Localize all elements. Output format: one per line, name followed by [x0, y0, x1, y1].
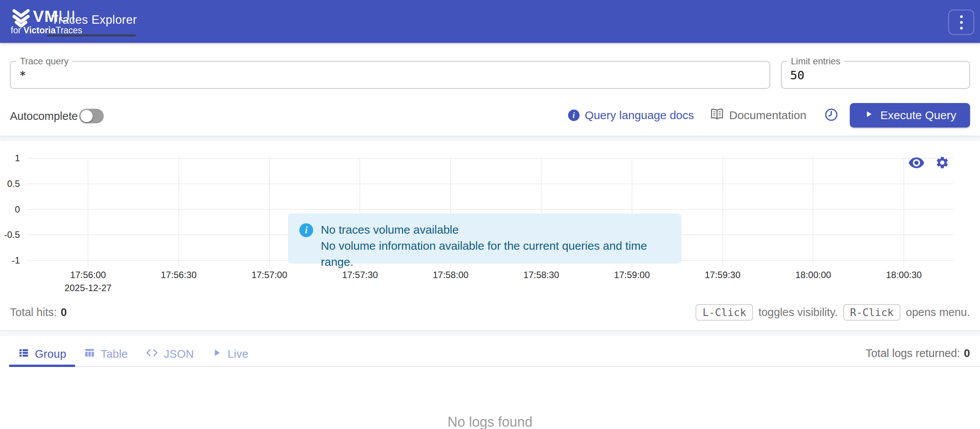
autocomplete-label: Autocomplete: [10, 110, 78, 123]
execute-query-label: Execute Query: [880, 109, 956, 122]
logo-subtitle-for: for: [11, 25, 23, 35]
alert-message: No volume information available for the …: [321, 238, 670, 270]
table-icon: [84, 347, 95, 361]
h-gridline: [27, 183, 953, 184]
v-gridline: [722, 158, 723, 267]
tab-json[interactable]: JSON: [137, 342, 203, 366]
x-axis-date-label: 2025-12-27: [56, 283, 121, 293]
no-traces-volume-alert: i No traces volume available No volume i…: [288, 213, 681, 264]
v-gridline: [813, 158, 813, 267]
left-click-kbd: L-Click: [696, 304, 753, 321]
total-logs-label: Total logs returned:: [866, 347, 960, 360]
y-tick-label: -0.5: [0, 229, 20, 241]
h-gridline: [27, 209, 953, 210]
logo-subtitle-victoria: Victoria: [23, 25, 56, 35]
right-click-kbd: R-Click: [843, 304, 901, 321]
tab-live[interactable]: Live: [203, 342, 257, 366]
hits-bar: Total hits: 0 L-Click toggles visibility…: [10, 303, 970, 321]
results-panel: Group Table JSON Live: [0, 336, 980, 429]
book-icon: [710, 107, 724, 124]
v-gridline: [269, 158, 270, 267]
total-hits-label: Total hits:: [10, 306, 57, 319]
tab-live-label: Live: [227, 348, 248, 360]
x-tick-label: 17:58:30: [513, 270, 570, 280]
h-gridline: [27, 158, 953, 159]
alert-text-block: No traces volume available No volume inf…: [321, 222, 670, 270]
total-hits-value: 0: [61, 306, 67, 319]
play-icon: [211, 347, 222, 361]
x-tick-label: 17:57:00: [241, 270, 298, 280]
total-logs-value: 0: [964, 347, 970, 360]
kebab-dot: [960, 27, 963, 29]
documentation-label: Documentation: [729, 109, 807, 122]
time-range-button[interactable]: [824, 108, 838, 123]
x-tick-label: 18:00:00: [784, 270, 842, 280]
v-gridline: [178, 158, 179, 267]
info-icon: i: [568, 110, 580, 121]
x-tick-label: 17:57:30: [331, 270, 389, 280]
autocomplete-toggle[interactable]: [79, 109, 104, 123]
kebab-dot: [960, 15, 963, 18]
y-tick-label: -1: [0, 255, 20, 266]
gear-icon: [935, 156, 949, 171]
documentation-link[interactable]: Documentation: [710, 107, 807, 124]
x-tick-label: 17:58:00: [422, 270, 479, 280]
header-menu-button[interactable]: [948, 10, 974, 35]
kebab-dot: [960, 21, 963, 24]
alert-title: No traces volume available: [321, 222, 670, 238]
clock-icon: [824, 108, 838, 123]
tab-group[interactable]: Group: [9, 342, 75, 366]
x-tick-label: 18:00:30: [875, 270, 933, 280]
execute-query-button[interactable]: Execute Query: [850, 103, 970, 128]
trace-query-field[interactable]: Trace query *: [10, 56, 770, 89]
right-click-hint: opens menu.: [906, 306, 970, 319]
query-language-docs-link[interactable]: i Query language docs: [568, 109, 694, 122]
toggle-series-visibility-button[interactable]: [908, 157, 924, 169]
list-icon: [18, 347, 29, 361]
legend-hint: L-Click toggles visibility. R-Click open…: [696, 304, 970, 321]
v-gridline: [88, 158, 88, 267]
query-panel: Trace query * Limit entries 50 Autocompl…: [0, 43, 980, 136]
chart-controls: [908, 156, 949, 171]
autocomplete-row: Autocomplete: [10, 103, 104, 129]
nav-tab-traces-explorer[interactable]: Traces Explorer: [51, 13, 137, 27]
traces-volume-chart-panel: 10.50-0.5-117:56:0017:56:3017:57:0017:57…: [0, 141, 980, 330]
x-tick-label: 17:56:30: [150, 270, 207, 280]
results-tabs: Group Table JSON Live: [9, 342, 980, 367]
y-tick-label: 0.5: [0, 178, 20, 190]
query-language-docs-label: Query language docs: [585, 109, 694, 122]
x-tick-label: 17:56:00: [59, 270, 117, 280]
eye-icon: [908, 157, 924, 169]
trace-query-input[interactable]: *: [11, 67, 769, 83]
y-tick-label: 1: [0, 152, 20, 164]
chart-settings-button[interactable]: [935, 156, 949, 171]
logo-subtitle: for VictoriaTraces: [11, 25, 82, 36]
app-header: VMUI for VictoriaTraces Traces Explorer: [0, 0, 980, 43]
toggle-knob: [80, 110, 93, 122]
nav-tab-indicator: [47, 34, 136, 36]
total-logs-returned: Total logs returned: 0: [866, 347, 970, 360]
trace-query-label: Trace query: [16, 56, 72, 67]
tab-json-label: JSON: [164, 348, 194, 360]
tab-table[interactable]: Table: [75, 342, 137, 366]
info-icon: i: [299, 223, 313, 237]
limit-entries-field[interactable]: Limit entries 50: [781, 56, 970, 89]
limit-entries-input[interactable]: 50: [782, 67, 969, 83]
play-icon: [864, 109, 874, 122]
query-actions-row: i Query language docs Documentation: [568, 102, 970, 129]
tab-group-label: Group: [35, 348, 66, 360]
code-icon: [145, 346, 158, 362]
x-tick-label: 17:59:00: [603, 270, 661, 280]
v-gridline: [903, 158, 904, 267]
y-tick-label: 0: [0, 204, 20, 215]
limit-entries-label: Limit entries: [787, 56, 844, 67]
no-logs-found-text: No logs found: [0, 414, 980, 429]
x-tick-label: 17:59:30: [694, 270, 751, 280]
tab-table-label: Table: [101, 348, 128, 360]
left-click-hint: toggles visibility.: [758, 306, 838, 319]
